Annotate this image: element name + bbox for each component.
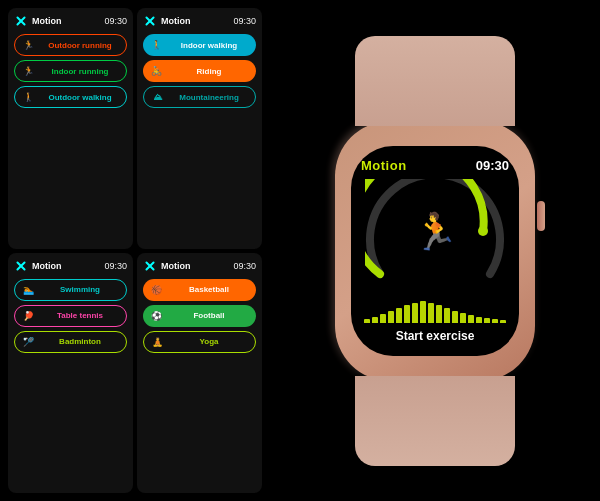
header-left-3: Motion [14,259,62,273]
outdoor-running-icon: 🏃 [21,38,35,52]
bar [404,305,410,323]
football-btn[interactable]: ⚽ Football [143,305,256,327]
swimming-label: Swimming [40,285,120,294]
watch-outer: Motion 09:30 🏃 Start exercise [335,121,535,381]
screen-card-2: Motion 09:30 🚶 Indoor walking 🚴 Riding ⛰… [137,8,262,249]
bar [428,303,434,323]
indoor-running-btn[interactable]: 🏃 Indoor running [14,60,127,82]
screen-card-3: Motion 09:30 🏊 Swimming 🏓 Table tennis 🏸… [8,253,133,494]
bar [436,305,442,323]
watch-band-bottom [355,376,515,466]
bar [420,301,426,323]
mountaineering-label: Mountaineering [169,93,249,102]
bar [388,311,394,323]
badminton-btn[interactable]: 🏸 Badminton [14,331,127,353]
screen-time-4: 09:30 [233,261,256,271]
riding-label: Riding [168,67,250,76]
screen-header-1: Motion 09:30 [14,14,127,28]
riding-btn[interactable]: 🚴 Riding [143,60,256,82]
football-icon: ⚽ [149,309,163,323]
arc-container: 🏃 [365,179,505,289]
x-icon-4 [143,259,157,273]
bar [468,315,474,323]
x-icon-3 [14,259,28,273]
mountaineering-icon: ⛰ [150,90,164,104]
mountaineering-btn[interactable]: ⛰ Mountaineering [143,86,256,108]
table-tennis-label: Table tennis [40,311,120,320]
football-label: Football [168,311,250,320]
watch-band-top [355,36,515,126]
bar [364,319,370,323]
bar [380,314,386,323]
outdoor-running-btn[interactable]: 🏃 Outdoor running [14,34,127,56]
indoor-running-label: Indoor running [40,67,120,76]
screen-header-3: Motion 09:30 [14,259,127,273]
header-left-4: Motion [143,259,191,273]
screen-title-1: Motion [32,16,62,26]
screen-title-4: Motion [161,261,191,271]
basketball-label: Basketball [168,285,250,294]
outdoor-walking-icon: 🚶 [21,90,35,104]
table-tennis-btn[interactable]: 🏓 Table tennis [14,305,127,327]
bar [412,303,418,323]
watch-screen-header: Motion 09:30 [361,158,509,173]
header-left-1: Motion [14,14,62,28]
x-icon-2 [143,14,157,28]
bar [476,317,482,323]
badminton-label: Badminton [40,337,120,346]
screen-title-2: Motion [161,16,191,26]
swimming-icon: 🏊 [21,283,35,297]
bar [484,318,490,323]
start-exercise-label[interactable]: Start exercise [396,329,475,343]
indoor-walking-icon: 🚶 [149,38,163,52]
bar-chart [364,293,506,323]
yoga-icon: 🧘 [150,335,164,349]
runner-icon: 🏃 [413,210,458,252]
bar [372,317,378,323]
indoor-running-icon: 🏃 [21,64,35,78]
badminton-icon: 🏸 [21,335,35,349]
watch-container: Motion 09:30 🏃 Start exercise [270,0,600,501]
watch-app-title: Motion [361,158,407,173]
outdoor-walking-btn[interactable]: 🚶 Outdoor walking [14,86,127,108]
svg-point-0 [478,226,488,236]
yoga-btn[interactable]: 🧘 Yoga [143,331,256,353]
watch-crown[interactable] [537,201,545,231]
screen-title-3: Motion [32,261,62,271]
basketball-icon: 🏀 [149,283,163,297]
bar [452,311,458,323]
screen-time-1: 09:30 [104,16,127,26]
screen-time-3: 09:30 [104,261,127,271]
watch-time: 09:30 [476,158,509,173]
bar [444,308,450,323]
screen-time-2: 09:30 [233,16,256,26]
yoga-label: Yoga [169,337,249,346]
watch-screen: Motion 09:30 🏃 Start exercise [351,146,519,356]
bar [396,308,402,323]
bar [492,319,498,323]
outdoor-walking-label: Outdoor walking [40,93,120,102]
x-icon-1 [14,14,28,28]
screen-card-1: Motion 09:30 🏃 Outdoor running 🏃 Indoor … [8,8,133,249]
header-left-2: Motion [143,14,191,28]
riding-icon: 🚴 [149,64,163,78]
table-tennis-icon: 🏓 [21,309,35,323]
swimming-btn[interactable]: 🏊 Swimming [14,279,127,301]
bar [500,320,506,323]
bar [460,313,466,323]
left-panel: Motion 09:30 🏃 Outdoor running 🏃 Indoor … [0,0,270,501]
screen-card-4: Motion 09:30 🏀 Basketball ⚽ Football 🧘 Y… [137,253,262,494]
indoor-walking-btn[interactable]: 🚶 Indoor walking [143,34,256,56]
screen-header-4: Motion 09:30 [143,259,256,273]
screen-header-2: Motion 09:30 [143,14,256,28]
basketball-btn[interactable]: 🏀 Basketball [143,279,256,301]
indoor-walking-label: Indoor walking [168,41,250,50]
outdoor-running-label: Outdoor running [40,41,120,50]
